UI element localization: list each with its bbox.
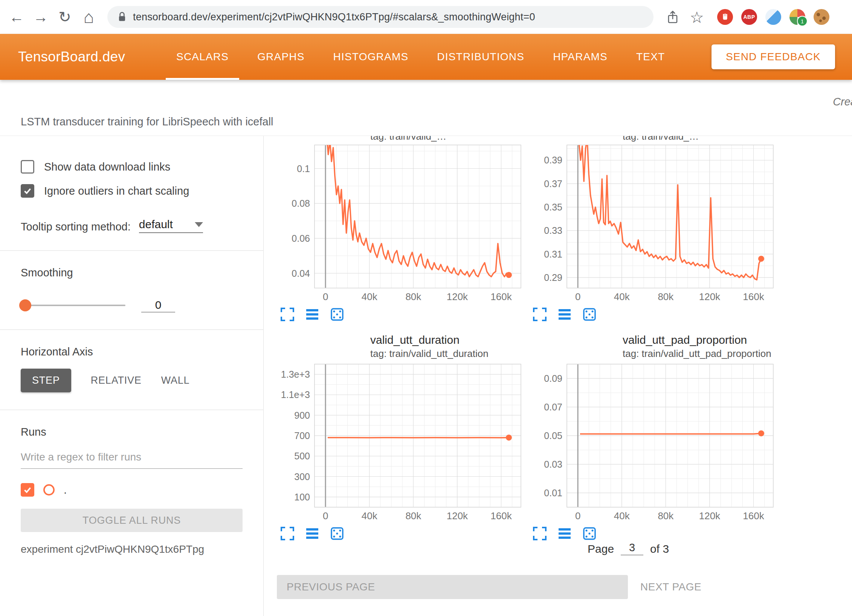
divider [0,250,263,251]
url-text: tensorboard.dev/experiment/cj2vtPiwQHKN9… [133,11,535,23]
svg-text:160k: 160k [743,291,764,302]
svg-text:0: 0 [575,291,580,302]
back-icon[interactable]: ← [5,0,28,34]
show-download-links-label: Show data download links [44,161,170,173]
svg-text:1.3e+3: 1.3e+3 [281,369,310,380]
data-table-icon[interactable] [305,307,320,322]
adblock-extension-icon[interactable] [717,9,733,25]
tab-text[interactable]: TEXT [622,34,679,80]
cookie-extension-icon[interactable] [814,9,829,25]
svg-text:80k: 80k [405,510,421,521]
chevron-down-icon [195,222,203,227]
runs-filter-input[interactable] [21,448,243,469]
smoothing-slider[interactable] [21,305,125,306]
tooltip-sorting-select[interactable]: default [139,218,203,233]
chart-title: valid_utt_duration [370,333,525,347]
fit-domain-icon[interactable] [330,526,345,541]
show-download-links-row: Show data download links [21,159,243,174]
previous-page-button[interactable]: PREVIOUS PAGE [277,575,628,599]
scalar-chart-card: tag: train/valid_… 040k80k120k160k0.290.… [529,136,778,322]
line-chart[interactable]: 040k80k120k160k0.290.310.330.350.370.39 [529,143,778,305]
tab-hparams[interactable]: HPARAMS [539,34,622,80]
ignore-outliers-checkbox[interactable] [21,184,34,198]
svg-text:40k: 40k [614,510,630,521]
send-feedback-button[interactable]: SEND FEEDBACK [712,44,835,69]
fullscreen-icon[interactable] [280,526,295,541]
chart-tag-clipped: tag: train/valid_… [623,136,778,143]
line-chart[interactable]: 040k80k120k160k0.010.030.050.070.09 [529,362,778,524]
data-table-icon[interactable] [557,307,572,322]
svg-text:0.05: 0.05 [544,430,562,441]
page-of-label: of 3 [650,543,669,555]
tab-histograms[interactable]: HISTOGRAMS [319,34,423,80]
next-page-button[interactable]: NEXT PAGE [640,575,701,599]
show-download-links-checkbox[interactable] [21,160,34,174]
home-icon[interactable]: ⌂ [78,0,100,34]
settings-sidebar: Show data download links Ignore outliers… [0,136,264,616]
svg-text:0.39: 0.39 [544,155,562,165]
smoothing-heading: Smoothing [21,267,243,279]
tab-scalars[interactable]: SCALARS [162,34,243,80]
svg-text:0.33: 0.33 [544,225,562,236]
svg-text:0.1: 0.1 [297,163,310,174]
svg-text:0.01: 0.01 [544,488,562,498]
run-color-swatch [43,484,55,496]
axis-relative-button[interactable]: RELATIVE [91,375,142,386]
line-chart[interactable]: 040k80k120k160k0.040.060.080.1 [277,143,525,305]
svg-text:0.37: 0.37 [544,178,562,189]
notification-badge: 1 [797,16,808,26]
svg-text:80k: 80k [405,291,421,302]
smoothing-value-input[interactable] [141,298,175,313]
url-bar[interactable]: tensorboard.dev/experiment/cj2vtPiwQHKN9… [107,6,654,28]
experiment-title: LSTM transducer training for LibriSpeech… [21,116,273,128]
fit-domain-icon[interactable] [330,307,345,322]
svg-text:1.1e+3: 1.1e+3 [281,389,310,400]
svg-text:0.08: 0.08 [292,198,310,209]
svg-text:80k: 80k [658,510,674,521]
fullscreen-icon[interactable] [532,307,547,322]
fit-domain-icon[interactable] [582,307,597,322]
svg-text:0.09: 0.09 [544,373,562,384]
svg-text:120k: 120k [699,510,721,521]
svg-text:120k: 120k [447,291,468,302]
nav-tabs: SCALARS GRAPHS HISTOGRAMS DISTRIBUTIONS … [162,34,679,80]
bookmark-star-icon[interactable]: ☆ [688,8,706,26]
axis-step-button[interactable]: STEP [21,369,71,392]
svg-text:0: 0 [575,510,580,521]
divider [0,329,263,330]
data-table-icon[interactable] [557,526,572,541]
pagination: Page of 3 [588,541,669,555]
blue-extension-icon[interactable] [765,9,781,25]
profile-avatar[interactable]: 1 [789,9,805,25]
data-table-icon[interactable] [305,526,320,541]
line-chart[interactable]: 040k80k120k160k1003005007009001.1e+31.3e… [277,362,525,524]
scalar-chart-card: valid_utt_duration tag: train/valid_utt_… [277,333,525,541]
chart-tag-clipped: tag: train/valid_… [370,136,525,143]
horizontal-axis-heading: Horizontal Axis [21,346,243,358]
run-row: . [21,482,243,498]
fullscreen-icon[interactable] [532,526,547,541]
app-logo[interactable]: TensorBoard.dev [18,34,125,80]
fit-domain-icon[interactable] [582,526,597,541]
horizontal-axis-buttons: STEP RELATIVE WALL [21,369,243,392]
tab-graphs[interactable]: GRAPHS [243,34,319,80]
tooltip-sorting-value: default [139,218,173,231]
tab-distributions[interactable]: DISTRIBUTIONS [423,34,539,80]
ignore-outliers-label: Ignore outliers in chart scaling [44,185,189,197]
forward-icon[interactable]: → [29,0,52,34]
share-icon[interactable] [664,8,682,26]
smoothing-slider-row [21,299,243,312]
smoothing-slider-thumb[interactable] [19,299,31,311]
browser-toolbar: ← → ↻ ⌂ tensorboard.dev/experiment/cj2vt… [0,0,852,34]
experiment-id-label: experiment cj2vtPiwQHKN9Q1tx6PTpg [21,543,243,555]
scalar-chart-card: tag: train/valid_… 040k80k120k160k0.040.… [277,136,525,322]
toggle-all-runs-button[interactable]: TOGGLE ALL RUNS [21,509,243,532]
clipped-right-text: Crea [833,96,852,108]
axis-wall-button[interactable]: WALL [161,375,190,386]
svg-text:300: 300 [294,471,310,482]
abp-extension-icon[interactable]: ABP [741,9,757,25]
fullscreen-icon[interactable] [280,307,295,322]
page-number-input[interactable] [621,541,643,555]
reload-icon[interactable]: ↻ [53,0,76,34]
run-checkbox[interactable] [21,483,34,497]
